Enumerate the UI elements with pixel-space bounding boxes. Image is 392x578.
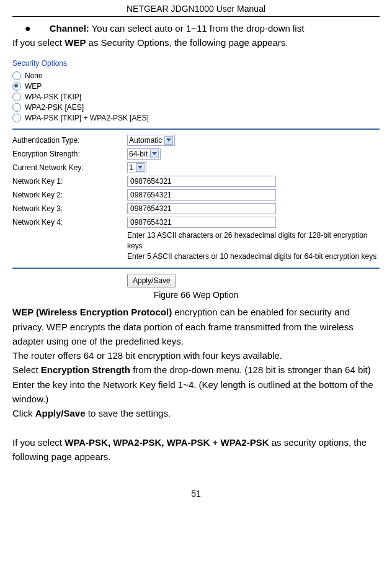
bullet-text: You can select auto or 1~11 from the dro…	[89, 23, 304, 34]
p6b: WPA-PSK, WPA2-PSK, WPA-PSK + WPA2-PSK	[65, 437, 269, 448]
figure-wep-option: Security Options None WEP WPA-PSK [TKIP]…	[12, 59, 380, 287]
chevron-down-icon	[150, 150, 159, 158]
key2-input[interactable]	[127, 189, 276, 201]
intro-suffix: as Security Options, the following page …	[86, 37, 288, 48]
radio-label: None	[25, 71, 43, 80]
figure-caption: Figure 66 Wep Option	[12, 290, 380, 300]
row-auth-type: Authentication Type: Automatic	[12, 135, 380, 146]
auth-type-label: Authentication Type:	[12, 136, 127, 145]
row-key-3: Network Key 3:	[12, 203, 380, 214]
p3c: from the drop-down menu. (128 bit is str…	[130, 364, 371, 375]
row-current-key: Current Network Key: 1	[12, 162, 380, 173]
row-key-2: Network Key 2:	[12, 189, 380, 201]
radio-wep[interactable]: WEP	[12, 82, 380, 91]
page-number: 51	[12, 489, 380, 499]
page-header: NETGEAR JDGN1000 User Manual	[12, 0, 380, 17]
apply-save-button[interactable]: Apply/Save	[127, 274, 176, 287]
intro-line: If you select WEP as Security Options, t…	[12, 37, 380, 48]
current-key-select[interactable]: 1	[127, 162, 146, 173]
current-key-label: Current Network Key:	[12, 163, 127, 172]
key1-input[interactable]	[127, 176, 276, 187]
paragraph-router-offers: The router offers 64 or 128 bit encrypti…	[12, 348, 380, 363]
paragraph-wep-desc: WEP (Wireless Encryption Protocol) encry…	[12, 305, 380, 348]
radio-wpa-plus-wpa2[interactable]: WPA-PSK [TKIP] + WPA2-PSK [AES]	[12, 114, 380, 122]
radio-label: WPA-PSK [TKIP] + WPA2-PSK [AES]	[25, 114, 149, 122]
radio-label: WEP	[25, 82, 42, 91]
svg-marker-2	[138, 166, 143, 169]
select-value: Automatic	[129, 136, 162, 145]
radio-none[interactable]: None	[12, 71, 380, 80]
radio-icon	[12, 114, 21, 122]
paragraph-select-strength: Select Encryption Strength from the drop…	[12, 363, 380, 377]
radio-icon	[12, 82, 21, 91]
security-options-label: Security Options	[12, 59, 380, 68]
p5c: to save the settings.	[86, 408, 171, 418]
wep-bold: WEP (Wireless Encryption Protocol)	[12, 307, 172, 317]
key2-label: Network Key 2:	[12, 191, 127, 199]
radio-wpa-psk-tkip[interactable]: WPA-PSK [TKIP]	[12, 93, 380, 101]
row-key-4: Network Key 4:	[12, 217, 380, 228]
row-encryption-strength: Encryption Strength: 64-bit	[12, 148, 380, 160]
bullet-channel: ● Channel: You can select auto or 1~11 f…	[25, 23, 380, 34]
paragraph-click-apply: Click Apply/Save to save the settings.	[12, 406, 380, 420]
bullet-label: Channel:	[50, 23, 89, 34]
auth-type-select[interactable]: Automatic	[127, 135, 175, 146]
radio-wpa2-psk-aes[interactable]: WPA2-PSK [AES]	[12, 103, 380, 112]
key4-input[interactable]	[127, 217, 276, 228]
select-value: 1	[129, 163, 133, 172]
key3-label: Network Key 3:	[12, 204, 127, 213]
select-value: 64-bit	[129, 150, 148, 158]
p5a: Click	[12, 408, 35, 418]
hint-128bit: Enter 13 ASCII characters or 26 hexadeci…	[127, 230, 380, 251]
chevron-down-icon	[136, 163, 145, 172]
row-key-1: Network Key 1:	[12, 176, 380, 187]
intro-bold: WEP	[65, 37, 86, 48]
bullet-icon: ●	[25, 24, 31, 34]
svg-marker-1	[152, 152, 157, 155]
p6a: If you select	[12, 437, 65, 448]
p5b: Apply/Save	[35, 408, 86, 418]
divider	[12, 129, 380, 130]
key4-label: Network Key 4:	[12, 218, 127, 227]
radio-label: WPA-PSK [TKIP]	[25, 93, 81, 101]
key3-input[interactable]	[127, 203, 276, 214]
encryption-strength-label: Encryption Strength:	[12, 150, 127, 158]
p3a: Select	[12, 364, 41, 375]
radio-icon	[12, 71, 21, 80]
radio-icon	[12, 103, 21, 112]
radio-label: WPA2-PSK [AES]	[25, 103, 84, 112]
radio-icon	[12, 93, 21, 101]
svg-marker-0	[166, 138, 171, 142]
divider	[12, 268, 380, 269]
paragraph-if-wpa: If you select WPA-PSK, WPA2-PSK, WPA-PSK…	[12, 435, 380, 464]
key1-label: Network Key 1:	[12, 177, 127, 186]
intro-prefix: If you select	[12, 37, 65, 48]
paragraph-enter-key: Enter the key into the Network Key field…	[12, 377, 380, 407]
encryption-strength-select[interactable]: 64-bit	[127, 148, 161, 160]
chevron-down-icon	[164, 136, 173, 145]
p3b: Encryption Strength	[41, 364, 130, 375]
hint-64bit: Enter 5 ASCII characters or 10 hexadecim…	[127, 251, 380, 262]
